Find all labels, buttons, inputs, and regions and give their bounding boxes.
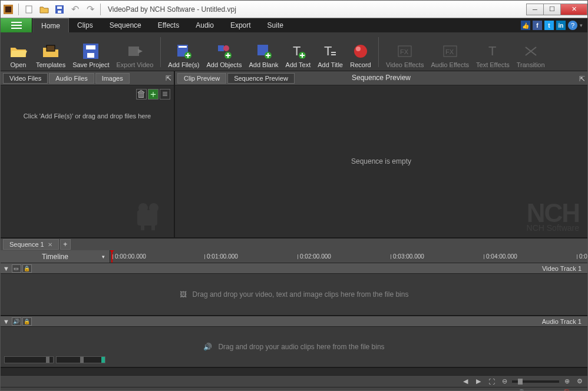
audio-track-body[interactable]: 🔊 Drag and drop your audio clips here fr… bbox=[1, 327, 587, 368]
menu-clips[interactable]: Clips bbox=[69, 18, 101, 32]
collapse-icon[interactable]: ▼ bbox=[3, 265, 9, 272]
dropdown-icon[interactable]: ▾ bbox=[580, 22, 583, 28]
track-mute-icon[interactable]: 🔊 bbox=[12, 317, 21, 326]
audio-track-hint: Drag and drop your audio clips here from… bbox=[218, 343, 384, 351]
preview-panel: Clip Preview Sequence Preview ⇱ Sequence… bbox=[175, 71, 587, 237]
svg-text:T: T bbox=[324, 44, 332, 58]
open-icon bbox=[9, 42, 27, 60]
twitter-icon[interactable]: t bbox=[544, 21, 554, 30]
close-button[interactable]: ✕ bbox=[560, 4, 587, 15]
timeline-ruler[interactable]: 0:00:00.000 0:01:00.000 0:02:00.000 0:03… bbox=[110, 250, 587, 263]
video-fx-icon: FX bbox=[396, 42, 414, 60]
menu-export[interactable]: Export bbox=[222, 18, 259, 32]
maximize-button[interactable]: ☐ bbox=[543, 4, 561, 15]
video-effects-button[interactable]: FXVideo Effects bbox=[382, 34, 427, 71]
transition-icon bbox=[522, 42, 540, 60]
export-video-button[interactable]: Export Video bbox=[113, 34, 157, 71]
facebook-icon[interactable]: f bbox=[533, 21, 542, 30]
tab-images[interactable]: Images bbox=[95, 73, 130, 84]
tab-clip-preview[interactable]: Clip Preview bbox=[177, 73, 226, 84]
transition-button[interactable]: Transition bbox=[513, 34, 549, 71]
text-effects-button[interactable]: TText Effects bbox=[473, 34, 513, 71]
mute-icon[interactable]: 🔇 bbox=[561, 389, 572, 392]
add-title-button[interactable]: TAdd Title bbox=[314, 34, 346, 71]
menu-sequence[interactable]: Sequence bbox=[101, 18, 150, 32]
volume-slider-right[interactable] bbox=[56, 356, 105, 363]
linkedin-icon[interactable]: in bbox=[556, 21, 566, 30]
delete-icon[interactable]: 🗑 bbox=[136, 89, 147, 100]
record-icon bbox=[352, 42, 369, 60]
minimize-button[interactable]: ─ bbox=[526, 4, 544, 15]
scroll-left-icon[interactable]: ◀ bbox=[460, 377, 471, 386]
picture-icon: 🖼 bbox=[180, 290, 187, 299]
svg-point-27 bbox=[354, 45, 367, 58]
menu-effects[interactable]: Effects bbox=[150, 18, 187, 32]
add-objects-button[interactable]: Add Objects bbox=[203, 34, 246, 71]
levels-icon[interactable]: ||| bbox=[572, 389, 583, 392]
like-icon[interactable]: 👍 bbox=[521, 21, 530, 30]
video-track-header[interactable]: ▼ ▭ 🔒 Video Track 1 bbox=[1, 263, 587, 274]
ribbon-toolbar: Open Templates Save Project Export Video… bbox=[1, 32, 587, 71]
list-view-icon[interactable]: ≡ bbox=[160, 89, 170, 100]
menu-suite[interactable]: Suite bbox=[259, 18, 292, 32]
save-project-button[interactable]: Save Project bbox=[69, 34, 113, 71]
templates-button[interactable]: Templates bbox=[32, 34, 69, 71]
preview-title: Sequence Preview bbox=[352, 74, 411, 82]
open-button[interactable]: Open bbox=[4, 34, 32, 71]
timeline-controls: ◀ ▶ ⛶ ⊖ ⊕ ⚙ bbox=[1, 375, 587, 387]
window-title: VideoPad by NCH Software - Untitled.vpj bbox=[103, 5, 527, 14]
tab-audio-files[interactable]: Audio Files bbox=[49, 73, 94, 84]
new-icon[interactable] bbox=[24, 4, 34, 15]
track-visible-icon[interactable]: ▭ bbox=[12, 264, 21, 273]
timeline-mode-selector[interactable]: Timeline bbox=[1, 250, 110, 263]
save-project-icon bbox=[82, 42, 100, 60]
menu-audio[interactable]: Audio bbox=[187, 18, 222, 32]
export-icon bbox=[126, 42, 144, 60]
popout-icon[interactable]: ⇱ bbox=[166, 74, 171, 82]
add-icon[interactable]: ＋ bbox=[148, 89, 158, 100]
camera-watermark-icon bbox=[133, 202, 168, 231]
track-lock-icon[interactable]: 🔒 bbox=[22, 264, 32, 273]
audio-track-header[interactable]: ▼ 🔊 🔒 Audio Track 1 bbox=[1, 316, 587, 327]
collapse-icon[interactable]: ▼ bbox=[3, 318, 9, 325]
playhead[interactable] bbox=[111, 250, 113, 263]
record-button[interactable]: Record bbox=[346, 34, 375, 71]
redo-icon[interactable]: ↷ bbox=[85, 4, 95, 15]
svg-point-18 bbox=[223, 45, 229, 51]
tab-video-files[interactable]: Video Files bbox=[3, 73, 48, 84]
svg-point-35 bbox=[138, 203, 148, 213]
add-title-icon: T bbox=[322, 42, 339, 60]
volume-icon[interactable]: 🔊 bbox=[516, 389, 526, 392]
svg-rect-37 bbox=[141, 224, 144, 230]
open-folder-icon[interactable] bbox=[39, 4, 49, 15]
video-track-body[interactable]: 🖼 Drag and drop your video, text and ima… bbox=[1, 274, 587, 316]
svg-rect-38 bbox=[151, 224, 155, 230]
track-lock-icon[interactable]: 🔒 bbox=[22, 317, 32, 326]
volume-slider-left[interactable] bbox=[4, 356, 54, 363]
zoom-slider[interactable] bbox=[512, 380, 559, 383]
zoom-fit-icon[interactable]: ⛶ bbox=[486, 377, 497, 386]
zoom-in-icon[interactable]: ⊕ bbox=[561, 377, 572, 386]
add-blank-button[interactable]: Add Blank bbox=[245, 34, 282, 71]
status-bar: VideoPad © NCH Software 🔊 🔇 ||| bbox=[1, 387, 587, 391]
scroll-right-icon[interactable]: ▶ bbox=[473, 377, 484, 386]
close-tab-icon[interactable]: ✕ bbox=[48, 241, 52, 248]
svg-rect-7 bbox=[11, 25, 22, 26]
add-sequence-button[interactable]: + bbox=[60, 239, 71, 250]
help-icon[interactable]: ? bbox=[568, 21, 577, 30]
menu-home[interactable]: Home bbox=[32, 18, 69, 32]
audio-effects-button[interactable]: FXAudio Effects bbox=[427, 34, 473, 71]
tab-sequence-preview[interactable]: Sequence Preview bbox=[227, 73, 295, 84]
hamburger-menu[interactable] bbox=[1, 18, 32, 32]
sequence-tab-1[interactable]: Sequence 1✕ bbox=[3, 239, 59, 250]
add-text-button[interactable]: TAdd Text bbox=[282, 34, 315, 71]
settings-icon[interactable]: ⚙ bbox=[574, 377, 585, 386]
svg-rect-1 bbox=[5, 6, 11, 12]
add-files-button[interactable]: Add File(s) bbox=[164, 34, 203, 71]
undo-icon[interactable]: ↶ bbox=[70, 4, 80, 15]
add-files-icon bbox=[175, 42, 193, 60]
save-icon[interactable] bbox=[54, 4, 65, 15]
zoom-out-icon[interactable]: ⊖ bbox=[499, 377, 510, 386]
preview-popout-icon[interactable]: ⇱ bbox=[579, 75, 585, 83]
bins-drop-area[interactable]: 🗑 ＋ ≡ Click 'Add File(s)' or drag and dr… bbox=[1, 85, 174, 237]
